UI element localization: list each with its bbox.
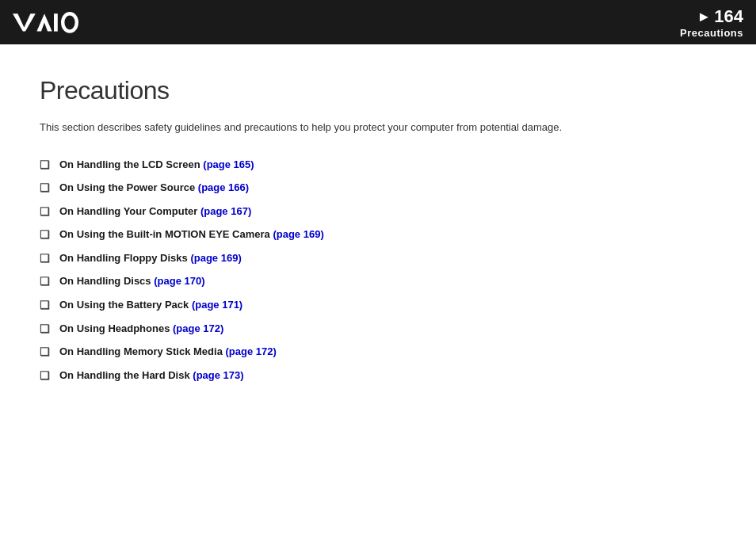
toc-item-link[interactable]: (page 169) [273, 228, 323, 240]
vaio-logo [13, 11, 89, 33]
toc-item: On Handling Floppy Disks (page 169) [40, 251, 716, 267]
svg-point-3 [63, 13, 77, 31]
toc-item-link[interactable]: (page 173) [193, 369, 243, 381]
toc-item-link[interactable]: (page 165) [203, 158, 254, 170]
toc-item: On Handling the LCD Screen (page 165) [40, 158, 716, 174]
toc-item: On Handling the Hard Disk (page 173) [40, 368, 716, 384]
toc-item-text: On Handling Floppy Disks (page 169) [59, 251, 242, 265]
toc-item: On Using the Power Source (page 166) [40, 181, 716, 196]
svg-rect-2 [54, 13, 58, 31]
toc-item: On Using Headphones (page 172) [40, 322, 716, 338]
toc-item-text: On Using the Power Source (page 166) [59, 181, 249, 195]
toc-item-text: On Using the Built-in MOTION EYE Camera … [59, 227, 324, 242]
toc-item-text: On Using the Battery Pack (page 171) [59, 298, 242, 312]
header-right: ► 164 Precautions [680, 6, 743, 39]
toc-item-text: On Handling Your Computer (page 167) [59, 204, 251, 219]
page-header: ► 164 Precautions [0, 0, 756, 44]
toc-item-text: On Handling the Hard Disk (page 173) [59, 368, 244, 383]
toc-item-text: On Using Headphones (page 172) [59, 322, 223, 336]
toc-item-link[interactable]: (page 167) [200, 205, 251, 217]
toc-item-text: On Handling the LCD Screen (page 165) [59, 158, 254, 172]
toc-item-link[interactable]: (page 172) [225, 345, 276, 357]
page-title: Precautions [40, 76, 716, 105]
toc-item-text: On Handling Memory Stick Media (page 172… [59, 345, 277, 359]
svg-marker-1 [36, 13, 52, 31]
toc-item-link[interactable]: (page 171) [192, 299, 242, 311]
page-number: 164 [714, 6, 743, 27]
page-description: This section describes safety guidelines… [40, 120, 716, 135]
toc-item: On Handling Memory Stick Media (page 172… [40, 345, 716, 360]
main-content: Precautions This section describes safet… [0, 44, 756, 423]
section-label: Precautions [680, 27, 743, 39]
toc-item: On Using the Built-in MOTION EYE Camera … [40, 227, 716, 243]
toc-item-link[interactable]: (page 169) [190, 252, 241, 264]
toc-item-text: On Handling Discs (page 170) [59, 274, 205, 288]
arrow-icon: ► [697, 10, 711, 24]
toc-item: On Handling Your Computer (page 167) [40, 204, 716, 220]
toc-item-link[interactable]: (page 172) [173, 322, 223, 334]
toc-item-link[interactable]: (page 170) [154, 275, 204, 287]
toc-list: On Handling the LCD Screen (page 165)On … [40, 158, 716, 384]
toc-item: On Handling Discs (page 170) [40, 274, 716, 290]
toc-item-link[interactable]: (page 166) [198, 181, 249, 193]
svg-marker-0 [13, 13, 36, 31]
page-number-row: ► 164 [697, 6, 743, 27]
toc-item: On Using the Battery Pack (page 171) [40, 298, 716, 314]
